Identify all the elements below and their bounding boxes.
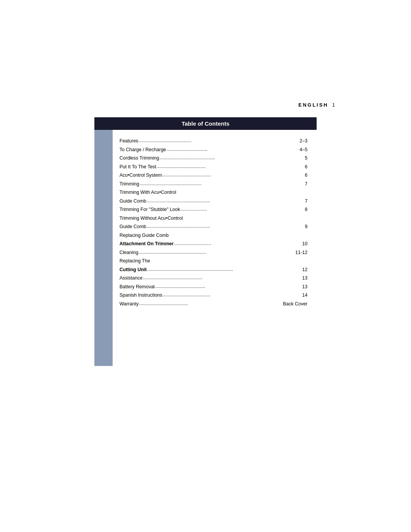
entry-title-line1: Replacing Guide Comb xyxy=(119,231,169,240)
entry-page: 9 xyxy=(288,222,307,231)
entry-title-line2: Attachment On Trimmer xyxy=(119,240,174,248)
entry-dots: ........................................… xyxy=(142,273,288,282)
entry-title: Spanish Instructions xyxy=(119,291,162,300)
left-sidebar-accent xyxy=(94,130,113,366)
entry-page: 7 xyxy=(288,197,307,206)
entry-page: 11-12 xyxy=(288,248,307,257)
entry-page: 8 xyxy=(288,205,307,214)
entry-page: 7 xyxy=(288,180,307,189)
entry-dots: ........................................… xyxy=(146,197,288,205)
entry-page: 12 xyxy=(288,265,307,274)
entry-dots: ........................................… xyxy=(138,248,288,257)
toc-entry-battery: Battery Removal ........................… xyxy=(119,283,307,291)
entry-dots: ........................................ xyxy=(138,136,288,145)
entry-title: Cordless Trimming xyxy=(119,154,159,163)
entry-dots: ..................................... xyxy=(139,299,283,308)
entry-title: Assistance xyxy=(119,274,142,283)
entry-dots: .................... xyxy=(180,205,288,214)
entry-title: Trimming For "Stubble" Look xyxy=(119,205,180,214)
english-header: ENGLISH 1 xyxy=(298,102,335,108)
toc-entries: Features ...............................… xyxy=(113,130,317,366)
entry-title: Features xyxy=(119,137,138,145)
entry-title-line1: Trimming With Acu•Control xyxy=(119,188,176,197)
entry-title: Battery Removal xyxy=(119,283,155,291)
entry-title-line1: Replacing The xyxy=(119,257,150,265)
entry-page: 5 xyxy=(288,154,307,163)
page: ENGLISH 1 Table of Contents Features ...… xyxy=(0,0,411,532)
toc-entry-replacing-guide: Replacing Guide Comb Attachment On Trimm… xyxy=(119,231,307,248)
entry-dots: ........................................… xyxy=(147,265,288,274)
entry-title: Warranty xyxy=(119,300,139,308)
toc-entry-spanish: Spanish Instructions ...................… xyxy=(119,291,307,300)
entry-title: Acu•Control System xyxy=(119,171,162,180)
entry-dots: ........................................… xyxy=(139,179,288,188)
toc-entry-cordless: Cordless Trimming ......................… xyxy=(119,154,307,163)
entry-dots: ........................................… xyxy=(146,222,288,231)
entry-dots: ...................................... xyxy=(155,282,288,291)
entry-title: Cleaning xyxy=(119,248,138,257)
entry-page: 10 xyxy=(288,240,307,248)
entry-dots: ........................................… xyxy=(159,153,288,162)
entry-title-line2: Cutting Unit xyxy=(119,265,147,274)
toc-entry-cleaning: Cleaning ...............................… xyxy=(119,248,307,257)
entry-line2: Cutting Unit ...........................… xyxy=(119,265,307,274)
toc-entry-acu-control: Acu•Control System .....................… xyxy=(119,171,307,180)
toc-body: Features ...............................… xyxy=(94,130,317,366)
entry-page: 6 xyxy=(288,163,307,171)
toc-entry-assistance: Assistance .............................… xyxy=(119,274,307,283)
entry-page: Back Cover xyxy=(283,300,307,308)
entry-title: To Charge / Recharge xyxy=(119,145,166,154)
entry-line2: Attachment On Trimmer ..................… xyxy=(119,240,307,248)
toc-entry-trimming: Trimming ...............................… xyxy=(119,180,307,189)
entry-page: 2–3 xyxy=(288,137,307,145)
language-label: ENGLISH xyxy=(298,102,328,108)
entry-line2: Guide Comb .............................… xyxy=(119,222,307,231)
toc-entry-stubble: Trimming For "Stubble" Look ............… xyxy=(119,205,307,214)
toc-entry-features: Features ...............................… xyxy=(119,137,307,145)
page-number: 1 xyxy=(332,102,335,108)
entry-title-line2: Guide Comb xyxy=(119,222,146,231)
entry-dots: ............................ xyxy=(174,239,288,248)
toc-wrapper: Table of Contents Features .............… xyxy=(94,117,317,366)
entry-page: 13 xyxy=(288,274,307,283)
entry-title: Trimming xyxy=(119,180,139,189)
entry-dots: ..................................... xyxy=(156,162,288,171)
entry-title: Put It To The Test xyxy=(119,163,156,171)
entry-dots: ..................................... xyxy=(162,171,288,179)
toc-entry-trimming-without-acu: Trimming Without Acu•Control Guide Comb … xyxy=(119,214,307,231)
entry-page: 13 xyxy=(288,283,307,291)
toc-entry-warranty: Warranty ...............................… xyxy=(119,300,307,308)
toc-entry-test: Put It To The Test .....................… xyxy=(119,163,307,171)
entry-line2: Guide Comb .............................… xyxy=(119,197,307,206)
entry-page: 6 xyxy=(288,171,307,180)
entry-title-line2: Guide Comb xyxy=(119,197,146,206)
entry-page: 4–5 xyxy=(288,145,307,154)
entry-dots: ............................... xyxy=(166,145,288,154)
toc-title: Table of Contents xyxy=(94,117,317,130)
entry-dots: .................................... xyxy=(162,291,288,299)
toc-entry-trimming-with-acu: Trimming With Acu•Control Guide Comb ...… xyxy=(119,188,307,205)
toc-entry-replacing-cutting: Replacing The Cutting Unit .............… xyxy=(119,257,307,274)
entry-title-line1: Trimming Without Acu•Control xyxy=(119,214,183,223)
entry-page: 14 xyxy=(288,291,307,300)
toc-entry-charge: To Charge / Recharge ...................… xyxy=(119,145,307,154)
